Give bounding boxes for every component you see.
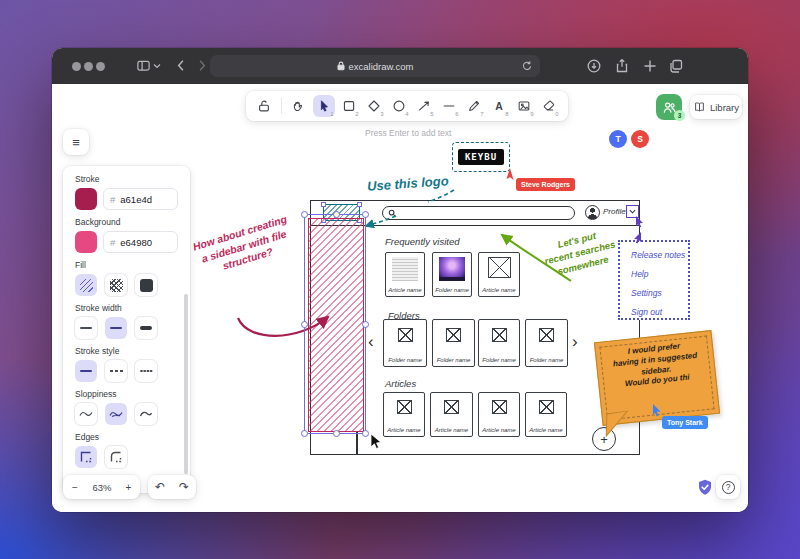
selection-handle[interactable] [362, 430, 369, 437]
wireframe-card[interactable]: Folder name [525, 319, 568, 367]
carousel-left-icon[interactable]: ‹ [368, 332, 374, 352]
tool-eraser[interactable]: 0 [538, 95, 560, 117]
wireframe-card[interactable]: Article name [478, 252, 520, 297]
back-icon[interactable] [174, 58, 189, 73]
undo-button[interactable]: ↶ [148, 475, 172, 499]
rectangle-icon [342, 99, 356, 113]
fill-solid-button[interactable] [135, 274, 157, 296]
stroke-style-dashed-button[interactable] [105, 360, 127, 382]
section-frequently-visited[interactable]: Frequently visited [385, 236, 459, 247]
sidebar-annotation[interactable]: How about creating a sidebar with file s… [190, 212, 298, 280]
mouse-cursor-icon [370, 434, 383, 450]
browser-window: excalidraw.com ≡ [52, 48, 748, 512]
collaborator-avatar-t[interactable]: T [609, 130, 627, 148]
zoom-window-icon[interactable] [96, 62, 105, 71]
stroke-hex-field[interactable]: # [103, 188, 178, 210]
close-window-icon[interactable] [72, 62, 81, 71]
tool-ellipse[interactable]: 4 [388, 95, 410, 117]
stroke-style-solid-button[interactable] [75, 360, 97, 382]
background-hex-field[interactable]: # [103, 231, 178, 253]
stroke-style-dotted-button[interactable] [135, 360, 157, 382]
tool-image[interactable]: 9 [513, 95, 535, 117]
wireframe-card[interactable]: Article name [385, 252, 425, 297]
selection-handle[interactable] [362, 211, 369, 218]
selection-handle[interactable] [333, 430, 340, 437]
wireframe-search-bar[interactable] [382, 206, 575, 220]
sidebar-toggle-icon[interactable] [136, 58, 151, 73]
selection-handle[interactable] [301, 211, 308, 218]
tool-selection[interactable]: 1 [313, 95, 335, 117]
panel-scrollbar[interactable] [184, 294, 188, 474]
wireframe-card[interactable]: Article name [383, 392, 425, 437]
background-label: Background [75, 217, 178, 227]
menu-item[interactable]: Settings [631, 288, 688, 298]
forward-icon[interactable] [194, 58, 209, 73]
selection-handle[interactable] [333, 211, 340, 218]
wireframe-card[interactable]: Article name [478, 392, 520, 437]
tool-line[interactable]: 6 [438, 95, 460, 117]
tool-rectangle[interactable]: 2 [338, 95, 360, 117]
dashed-stroke-icon [110, 369, 123, 373]
downloads-icon[interactable] [586, 58, 602, 74]
reload-icon[interactable] [521, 60, 533, 72]
wireframe-card[interactable]: Folder name [478, 319, 520, 367]
tool-arrow[interactable]: 5 [413, 95, 435, 117]
fill-hachure-button[interactable] [75, 274, 97, 296]
profile-avatar-icon[interactable] [585, 205, 600, 220]
stroke-color-swatch[interactable] [75, 188, 97, 210]
tool-text[interactable]: A 8 [488, 95, 510, 117]
carousel-right-icon[interactable]: › [572, 332, 578, 352]
sloppiness-artist-button[interactable] [105, 403, 127, 425]
main-menu-button[interactable]: ≡ [63, 129, 89, 155]
stroke-width-thin-button[interactable] [75, 317, 97, 339]
sloppiness-cartoonist-button[interactable] [135, 403, 157, 425]
new-tab-icon[interactable] [642, 58, 658, 74]
zoom-in-button[interactable]: + [117, 475, 140, 499]
library-button[interactable]: Library [690, 95, 742, 119]
background-color-swatch[interactable] [75, 231, 97, 253]
keybu-logo-frame[interactable]: KEYBU [452, 142, 510, 172]
traffic-lights[interactable] [72, 62, 105, 71]
menu-item[interactable]: Release notes [631, 250, 688, 260]
zoom-level[interactable]: 63% [87, 475, 117, 499]
url-text: excalidraw.com [349, 61, 414, 72]
help-button[interactable]: ? [716, 475, 740, 499]
edges-sharp-button[interactable] [75, 446, 97, 468]
image-placeholder-icon [492, 400, 507, 414]
zoom-out-button[interactable]: − [63, 475, 87, 499]
menu-item[interactable]: Sign out [631, 307, 688, 317]
fill-crosshatch-button[interactable] [105, 274, 127, 296]
section-articles[interactable]: Articles [385, 378, 416, 389]
tool-draw[interactable]: 7 [463, 95, 485, 117]
tool-island: 1 2 3 4 5 6 7 [246, 91, 568, 121]
selection-handle[interactable] [301, 321, 308, 328]
stroke-width-bold-button[interactable] [105, 317, 127, 339]
tab-overview-icon[interactable] [668, 58, 684, 74]
wireframe-card[interactable]: Folder name [383, 319, 427, 367]
edges-round-button[interactable] [105, 446, 127, 468]
selection-handle[interactable] [362, 321, 369, 328]
sidebar-chevron-icon[interactable] [153, 63, 161, 69]
wireframe-card[interactable]: Folder name [432, 319, 475, 367]
url-bar[interactable]: excalidraw.com [210, 55, 540, 77]
share-icon[interactable] [614, 58, 630, 74]
use-this-logo-note[interactable]: Use this logo [367, 173, 449, 194]
sloppiness-architect-button[interactable] [75, 403, 97, 425]
background-hex-input[interactable] [120, 237, 172, 248]
profile-label[interactable]: Profile [603, 207, 626, 216]
wireframe-card[interactable]: Article name [525, 392, 567, 437]
redo-button[interactable]: ↷ [172, 475, 196, 499]
collaborator-avatar-s[interactable]: S [631, 130, 649, 148]
stroke-width-extrabold-button[interactable] [135, 317, 157, 339]
wireframe-dropdown-menu[interactable]: Release notes Help Settings Sign out [618, 240, 690, 320]
tool-hand[interactable] [288, 95, 310, 117]
stroke-hex-input[interactable] [120, 194, 172, 205]
selection-handle[interactable] [301, 430, 308, 437]
minimize-window-icon[interactable] [84, 62, 93, 71]
tool-lock[interactable] [253, 95, 275, 117]
wireframe-card[interactable]: Folder name [432, 252, 472, 297]
wireframe-card[interactable]: Article name [430, 392, 473, 437]
tool-diamond[interactable]: 3 [363, 95, 385, 117]
menu-item[interactable]: Help [631, 269, 688, 279]
purple-cursor-icon [635, 216, 645, 228]
